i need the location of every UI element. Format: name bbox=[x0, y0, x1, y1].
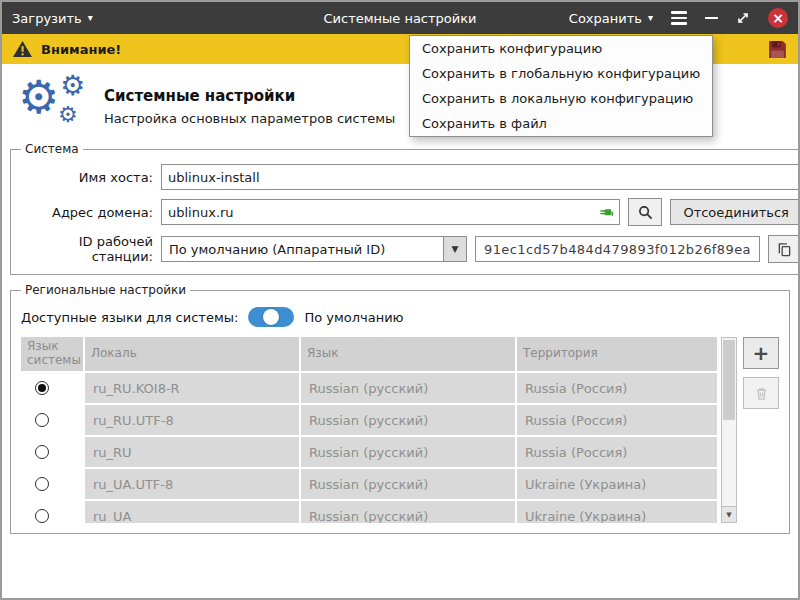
connected-plug-icon bbox=[599, 204, 614, 223]
languages-toggle[interactable] bbox=[248, 307, 294, 327]
cell-territory: Russia (Россия) bbox=[517, 437, 717, 467]
cell-territory: Russia (Россия) bbox=[517, 373, 717, 403]
station-id-row: ID рабочей станции: По умолчанию (Аппара… bbox=[21, 234, 800, 264]
domain-row: Адрес домена: bbox=[21, 198, 800, 226]
delete-locale-button[interactable] bbox=[743, 377, 779, 409]
system-fieldset: Система Имя хоста: Адрес домена: bbox=[10, 142, 800, 275]
cell-locale: ru_RU.UTF-8 bbox=[85, 405, 299, 435]
minimize-icon bbox=[705, 17, 718, 20]
titlebar: Загрузить ▾ Системные настройки Сохранит… bbox=[2, 2, 798, 34]
radio-button[interactable] bbox=[35, 413, 49, 427]
cell-language: Russian (русский) bbox=[301, 405, 515, 435]
copy-icon bbox=[777, 242, 792, 257]
available-languages-row: Доступные языки для системы: По умолчани… bbox=[21, 307, 779, 327]
save-menu: Сохранить конфигурациюСохранить в глобал… bbox=[409, 35, 713, 137]
chevron-down-icon: ▾ bbox=[88, 13, 93, 23]
gear-icon: ⚙ bbox=[58, 104, 78, 126]
save-menu-item[interactable]: Сохранить в локальную конфигурацию bbox=[410, 86, 712, 111]
gear-icon: ⚙ bbox=[18, 74, 59, 120]
domain-input[interactable] bbox=[161, 199, 620, 225]
table-row[interactable]: ru_UARussian (русский)Ukraine (Украина) bbox=[21, 501, 721, 523]
cell-language: Russian (русский) bbox=[301, 501, 515, 523]
radio-button[interactable] bbox=[35, 445, 49, 459]
hostname-label: Имя хоста: bbox=[21, 170, 153, 185]
table-row[interactable]: ru_UA.UTF-8Russian (русский)Ukraine (Укр… bbox=[21, 469, 721, 499]
hostname-row: Имя хоста: bbox=[21, 164, 800, 190]
scroll-down-button[interactable]: ▼ bbox=[722, 506, 736, 522]
trash-icon bbox=[754, 386, 769, 401]
cell-territory: Ukraine (Украина) bbox=[517, 501, 717, 523]
scroll-down-icon: ▼ bbox=[726, 511, 731, 519]
select-arrow-icon: ▼ bbox=[443, 237, 466, 261]
hostname-input[interactable] bbox=[161, 164, 800, 190]
locales-table-zone: Язык системыЛокальЯзыкТерритория ru_RU.K… bbox=[21, 337, 779, 523]
chevron-down-icon: ▾ bbox=[648, 13, 653, 23]
add-locale-button[interactable]: + bbox=[743, 337, 779, 369]
save-menu-item[interactable]: Сохранить в глобальную конфигурацию bbox=[410, 61, 712, 86]
save-menu-label: Сохранить bbox=[569, 11, 642, 26]
station-id-value[interactable]: 91ec1cd57b484d479893f012b26f89ea bbox=[475, 236, 760, 262]
column-header[interactable]: Локаль bbox=[85, 337, 299, 371]
table-actions: + bbox=[743, 337, 779, 409]
row-select-cell[interactable] bbox=[21, 437, 83, 467]
floppy-disk-icon bbox=[767, 39, 788, 60]
station-id-selected-option: По умолчанию (Аппаратный ID) bbox=[162, 242, 443, 257]
scrollbar-thumb[interactable] bbox=[723, 340, 735, 420]
close-button[interactable]: × bbox=[768, 8, 788, 28]
cell-language: Russian (русский) bbox=[301, 437, 515, 467]
load-menu-label: Загрузить bbox=[12, 11, 82, 26]
app-window: Загрузить ▾ Системные настройки Сохранит… bbox=[0, 0, 800, 600]
table-row[interactable]: ru_RURussian (русский)Russia (Россия) bbox=[21, 437, 721, 467]
locale-table-header: Язык системыЛокальЯзыкТерритория bbox=[21, 337, 721, 371]
load-menu-button[interactable]: Загрузить ▾ bbox=[12, 11, 93, 26]
copy-id-button[interactable] bbox=[768, 235, 800, 263]
maximize-button[interactable] bbox=[736, 11, 750, 25]
hamburger-menu-icon[interactable] bbox=[671, 11, 687, 25]
table-row[interactable]: ru_RU.UTF-8Russian (русский)Russia (Росс… bbox=[21, 405, 721, 435]
radio-button[interactable] bbox=[35, 509, 49, 523]
locales-table: Язык системыЛокальЯзыкТерритория ru_RU.K… bbox=[21, 337, 737, 523]
domain-label: Адрес домена: bbox=[21, 205, 153, 220]
cell-locale: ru_RU bbox=[85, 437, 299, 467]
cell-locale: ru_RU.KOI8-R bbox=[85, 373, 299, 403]
search-domain-button[interactable] bbox=[628, 198, 662, 226]
minimize-button[interactable] bbox=[705, 10, 718, 26]
station-id-label: ID рабочей станции: bbox=[21, 234, 153, 264]
column-header[interactable]: Территория bbox=[517, 337, 717, 371]
expand-icon bbox=[736, 11, 750, 25]
column-header[interactable]: Язык системы bbox=[21, 337, 83, 371]
station-id-select[interactable]: По умолчанию (Аппаратный ID) ▼ bbox=[161, 236, 467, 262]
page-subtitle: Настройка основных параметров системы bbox=[104, 111, 395, 126]
radio-button[interactable] bbox=[35, 477, 49, 491]
regional-fieldset: Региональные настройки Доступные языки д… bbox=[10, 283, 790, 534]
column-header[interactable]: Язык bbox=[301, 337, 515, 371]
row-select-cell[interactable] bbox=[21, 405, 83, 435]
table-row[interactable]: ru_RU.KOI8-RRussian (русский)Russia (Рос… bbox=[21, 373, 721, 403]
search-icon bbox=[638, 205, 653, 220]
system-legend: Система bbox=[21, 142, 83, 156]
row-select-cell[interactable] bbox=[21, 501, 83, 523]
cell-territory: Russia (Россия) bbox=[517, 405, 717, 435]
table-scrollbar[interactable]: ▼ bbox=[721, 337, 737, 523]
toggle-knob bbox=[263, 309, 279, 325]
warning-icon bbox=[12, 40, 33, 58]
cell-locale: ru_UA.UTF-8 bbox=[85, 469, 299, 499]
save-menu-item[interactable]: Сохранить конфигурацию bbox=[410, 36, 712, 61]
row-select-cell[interactable] bbox=[21, 373, 83, 403]
close-icon: × bbox=[772, 11, 784, 25]
gears-app-icon: ⚙ ⚙ ⚙ bbox=[12, 78, 104, 134]
cell-language: Russian (русский) bbox=[301, 373, 515, 403]
warning-label: Внимание! bbox=[41, 42, 121, 57]
available-languages-label: Доступные языки для системы: bbox=[21, 310, 238, 325]
radio-button[interactable] bbox=[35, 381, 49, 395]
save-menu-button[interactable]: Сохранить ▾ bbox=[569, 11, 653, 26]
disconnect-button[interactable]: Отсоединиться bbox=[670, 199, 800, 225]
locale-table-body: ru_RU.KOI8-RRussian (русский)Russia (Рос… bbox=[21, 373, 721, 523]
row-select-cell[interactable] bbox=[21, 469, 83, 499]
save-config-button[interactable] bbox=[767, 39, 788, 60]
cell-language: Russian (русский) bbox=[301, 469, 515, 499]
regional-legend: Региональные настройки bbox=[21, 283, 190, 297]
page-title: Системные настройки bbox=[104, 87, 395, 105]
save-menu-item[interactable]: Сохранить в файл bbox=[410, 111, 712, 136]
cell-territory: Ukraine (Украина) bbox=[517, 469, 717, 499]
